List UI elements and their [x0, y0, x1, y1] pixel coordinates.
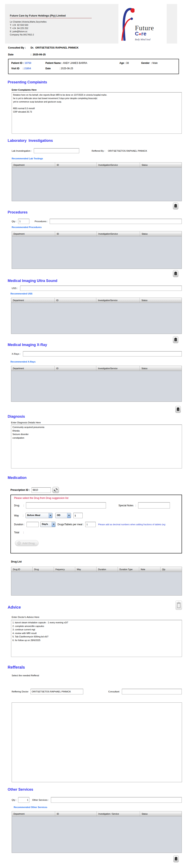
other-services-input[interactable]: [51, 797, 182, 803]
other-qty-label: Qty :: [12, 799, 16, 801]
other-col-department: Department: [12, 811, 55, 816]
other-services-delete-button[interactable]: [173, 856, 179, 862]
company-address: Le Chainter,Victoria,Mahe,Seychelles: [10, 20, 92, 23]
logo-word-care: C♥re: [135, 31, 147, 37]
procedures-col-investigation: Investigation/Service: [97, 231, 140, 236]
company-info: Future Care by Future Holdings (Pty) Lim…: [10, 14, 92, 36]
chevron-down-icon[interactable]: [67, 513, 71, 518]
procedures-input[interactable]: [50, 219, 182, 224]
xray-title: Medical Imaging X-Ray: [8, 343, 47, 347]
procedures-title: Procedures: [8, 210, 28, 215]
recommended-other-services-link[interactable]: Recommended Other Services: [14, 806, 47, 808]
consultant-input[interactable]: [122, 689, 182, 694]
procedures-col-department: Department: [12, 231, 55, 236]
drug-list-label: Drug List: [11, 560, 22, 563]
duration-unit-value: Day/s: [40, 522, 52, 527]
other-col-id: ID: [55, 811, 97, 816]
refresh-prescription-button[interactable]: [52, 487, 59, 493]
refresh-icon: [54, 488, 58, 492]
advice-delete-button[interactable]: [176, 600, 182, 610]
lab-input-label: Lab Investingation :: [12, 150, 32, 152]
fraction-note: Please add as decimal numbers when addin…: [98, 523, 181, 526]
recommended-uss-link[interactable]: Recommended USS: [10, 292, 32, 295]
advice-title: Advice: [8, 605, 21, 610]
frequency-select[interactable]: OD: [55, 513, 71, 518]
procedures-delete-button[interactable]: [173, 270, 178, 277]
uss-col-department: Department: [11, 298, 55, 303]
recommended-lab-testings-link[interactable]: Recommended Lab Testings: [12, 157, 43, 160]
lab-col-department: Department: [12, 162, 55, 167]
trash-icon: [177, 602, 181, 609]
lab-col-id: ID: [55, 162, 97, 167]
referring-doctor-label: Reffering Doctor: [12, 690, 29, 693]
prescription-id-input[interactable]: [32, 487, 51, 493]
other-qty-input[interactable]: [18, 797, 29, 803]
lab-investigation-input[interactable]: [34, 148, 79, 153]
recommended-procedures-link[interactable]: Recommended Procedures: [12, 226, 42, 228]
lab-input-row: Lab Investingation : Reffered By : ORITS…: [12, 148, 182, 153]
chevron-down-icon[interactable]: [49, 513, 52, 518]
visit-date: Date : 2025-06-25: [45, 67, 119, 70]
duration-label: Duration :: [14, 523, 25, 526]
procedures-col-status: Status: [140, 231, 182, 236]
lab-table-body: [12, 167, 182, 201]
drug-col-way: Way: [75, 567, 97, 572]
duration-row: Duration : Day/s Drugs/Tablets per meal …: [14, 522, 181, 527]
other-services-title: Other Services: [8, 787, 33, 792]
complaints-textarea[interactable]: Relative here on his behalf, she reports…: [12, 92, 182, 134]
way-select[interactable]: Before Meal: [26, 513, 52, 518]
way-row: Way : Before Meal OD: [14, 513, 83, 518]
patient-id: Patient ID : 10750: [11, 62, 45, 64]
xray-delete-button[interactable]: [175, 406, 181, 413]
uss-col-status: Status: [140, 298, 182, 303]
procedures-qty-label: Qty :: [12, 220, 16, 222]
add-drug-button[interactable]: Add Drug: [15, 540, 39, 546]
per-meal-input[interactable]: [85, 522, 96, 527]
other-services-table-body: [12, 816, 182, 853]
referrals-subtitle: Select the needed Refferal: [12, 674, 39, 677]
special-notes-input[interactable]: [138, 502, 170, 508]
patient-age: Age : 38: [119, 62, 141, 64]
drug-col-qty: Qty: [160, 567, 182, 572]
logo-wordmark: Future C♥re Body Mind Soul: [135, 25, 154, 41]
lab-col-investigation: Investigation/Service: [97, 162, 140, 167]
referral-list-box[interactable]: [12, 703, 182, 782]
recommended-xrays-link[interactable]: Recommended X-Rays: [10, 361, 36, 363]
referring-doctor-input[interactable]: [31, 689, 83, 694]
xray-input[interactable]: [23, 351, 182, 356]
uss-input-label: USS :: [12, 287, 18, 289]
lab-delete-button[interactable]: [173, 203, 178, 210]
procedures-table-body: [12, 237, 182, 269]
consultation-page: Future Care by Future Holdings (Pty) Lim…: [0, 0, 187, 868]
referred-by-label: Reffered By :: [92, 150, 105, 152]
company-title: Future Care by Future Holdings (Pty) Lim…: [10, 14, 92, 18]
procedures-qty-input[interactable]: [18, 219, 29, 224]
other-services-table: Department ID Investigation / Service St…: [12, 811, 182, 853]
per-meal-label: Drugs/Tablets per meal :: [58, 523, 84, 526]
trash-icon: [177, 407, 180, 412]
uss-delete-button[interactable]: [173, 336, 178, 343]
uss-title: Medical Imaging Ultra Sound: [8, 279, 57, 283]
logo-tagline: Body Mind Soul: [135, 38, 150, 41]
patient-gender: Gender : Male: [141, 62, 176, 64]
uss-input[interactable]: [20, 286, 182, 291]
drug-col-note: Note: [139, 567, 160, 572]
drug-input[interactable]: [26, 502, 106, 508]
consultant-label: Consultant: [108, 690, 119, 693]
consultation-date-row: Date : 2025-06-25: [8, 53, 46, 56]
date-label: Date: [8, 53, 31, 56]
drug-col-id: Drug ID: [11, 567, 33, 572]
duration-unit-select[interactable]: Day/s: [40, 522, 55, 527]
diagnosis-title: Diagnosis: [8, 414, 25, 419]
diagnosis-textarea[interactable]: Community acquired pneumonia Rhinitis Se…: [11, 425, 182, 468]
duration-input[interactable]: [27, 522, 39, 527]
xray-input-label: X-Rays :: [12, 353, 21, 355]
advice-textarea[interactable]: 1. karvol steam inhalation capsule - 1 e…: [11, 620, 182, 657]
frequency-qty-input[interactable]: [73, 513, 83, 518]
lab-col-status: Status: [140, 162, 182, 167]
xray-col-investigation: Investigation/Service: [96, 366, 140, 371]
company-logo: Future C♥re Body Mind Soul: [118, 2, 167, 43]
chevron-down-icon[interactable]: [52, 522, 55, 527]
futurecare-logo-icon: [121, 5, 135, 41]
xray-table: Department ID Investigation/Service Stat…: [11, 366, 182, 402]
